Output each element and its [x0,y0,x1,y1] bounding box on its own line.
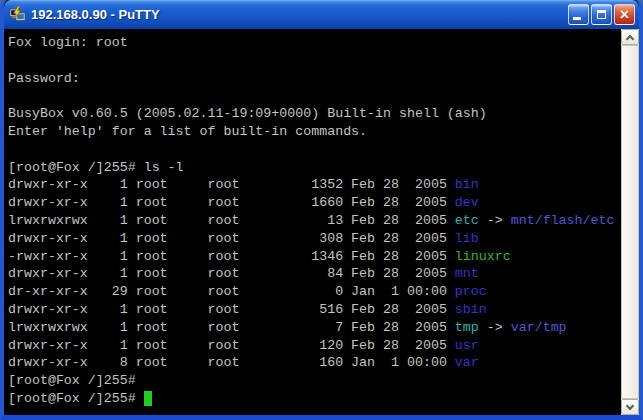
titlebar[interactable]: 192.168.0.90 - PuTTY × [4,0,639,29]
terminal-text: Enter 'help' for a list of built-in comm… [8,124,367,139]
terminal-text: BusyBox v0.60.5 (2005.02.11-19:09+0000) … [8,106,487,121]
terminal-line: [root@Fox /]255# [8,372,621,390]
scroll-down-button[interactable] [621,399,639,415]
window-client-area: Fox login: rootPassword: BusyBox v0.60.5… [4,29,639,415]
close-icon: × [620,7,629,23]
terminal-line: Password: [8,70,621,88]
terminal-line: drwxr-xr-x 1 root root 516 Feb 28 2005 s… [8,301,621,319]
terminal-line: lrwxrwxrwx 1 root root 7 Feb 28 2005 tmp… [8,319,621,337]
terminal-text: lib [455,231,479,246]
terminal-line: lrwxrwxrwx 1 root root 13 Feb 28 2005 et… [8,212,621,230]
terminal-line: [root@Fox /]255# [8,390,621,408]
terminal-text: tmp [455,320,479,335]
terminal-line [8,87,621,105]
terminal-text: Password: [8,71,88,86]
terminal-text: [root@Fox /]255# [8,391,144,406]
terminal-text: -> [479,213,511,228]
window-controls: × [568,4,635,25]
terminal-text: -rwxr-xr-x 1 root root 1346 Feb 28 2005 [8,249,455,264]
terminal-line: drwxr-xr-x 8 root root 160 Jan 1 00:00 v… [8,354,621,372]
terminal-text: drwxr-xr-x 1 root root 308 Feb 28 2005 [8,231,455,246]
close-button[interactable]: × [614,4,635,25]
terminal-text: bin [455,177,479,192]
putty-icon-graphic [9,6,26,23]
terminal-screen[interactable]: Fox login: rootPassword: BusyBox v0.60.5… [4,29,621,415]
terminal-line: drwxr-xr-x 1 root root 84 Feb 28 2005 mn… [8,265,621,283]
putty-terminals-icon[interactable] [8,6,26,24]
minimize-button[interactable] [568,4,589,25]
terminal-text: etc [455,213,479,228]
terminal-text: drwxr-xr-x 1 root root 84 Feb 28 2005 [8,266,455,281]
terminal-line: drwxr-xr-x 1 root root 308 Feb 28 2005 l… [8,230,621,248]
terminal-line: Enter 'help' for a list of built-in comm… [8,123,621,141]
terminal-text: dev [455,195,479,210]
terminal-text: usr [455,338,479,353]
terminal-text: proc [455,284,487,299]
terminal-line: dr-xr-xr-x 29 root root 0 Jan 1 00:00 pr… [8,283,621,301]
terminal-text: mnt [455,266,479,281]
scrollbar[interactable] [621,29,639,415]
scrollbar-track[interactable] [621,45,639,399]
terminal-text: [root@Fox /]255# [8,373,136,388]
terminal-line: [root@Fox /]255# ls -l [8,159,621,177]
terminal-text: linuxrc [455,249,511,264]
terminal-text: drwxr-xr-x 1 root root 120 Feb 28 2005 [8,338,455,353]
terminal-line [8,141,621,159]
terminal-line: drwxr-xr-x 1 root root 120 Feb 28 2005 u… [8,337,621,355]
terminal-text: [root@Fox /]255# ls -l [8,160,184,175]
minimize-icon [573,17,581,20]
terminal-line: BusyBox v0.60.5 (2005.02.11-19:09+0000) … [8,105,621,123]
maximize-icon [597,10,606,19]
terminal-text: dr-xr-xr-x 29 root root 0 Jan 1 00:00 [8,284,455,299]
terminal-text: drwxr-xr-x 1 root root 1352 Feb 28 2005 [8,177,455,192]
terminal-line: Fox login: root [8,34,621,52]
putty-window: 192.168.0.90 - PuTTY × Fox login: rootPa… [0,0,643,420]
terminal-text: mnt/flash/etc [511,213,615,228]
terminal-text: sbin [455,302,487,317]
maximize-button[interactable] [591,4,612,25]
chevron-up-icon [626,35,634,43]
chevron-down-icon [626,402,634,410]
terminal-text: drwxr-xr-x 1 root root 516 Feb 28 2005 [8,302,455,317]
terminal-text: lrwxrwxrwx 1 root root 13 Feb 28 2005 [8,213,455,228]
terminal-text: Fox login: root [8,35,128,50]
terminal-line: drwxr-xr-x 1 root root 1352 Feb 28 2005 … [8,176,621,194]
terminal-text: var/tmp [511,320,567,335]
terminal-line [8,52,621,70]
terminal-text: drwxr-xr-x 8 root root 160 Jan 1 00:00 [8,355,455,370]
scroll-up-button[interactable] [621,29,639,45]
terminal-lines: Fox login: rootPassword: BusyBox v0.60.5… [8,34,621,408]
terminal-text: lrwxrwxrwx 1 root root 7 Feb 28 2005 [8,320,455,335]
terminal-line: -rwxr-xr-x 1 root root 1346 Feb 28 2005 … [8,248,621,266]
terminal-text: -> [479,320,511,335]
terminal-text: drwxr-xr-x 1 root root 1660 Feb 28 2005 [8,195,455,210]
terminal-cursor [144,391,152,406]
terminal-text: var [455,355,479,370]
window-title: 192.168.0.90 - PuTTY [31,7,568,22]
scrollbar-thumb[interactable] [621,45,639,399]
terminal-line: drwxr-xr-x 1 root root 1660 Feb 28 2005 … [8,194,621,212]
